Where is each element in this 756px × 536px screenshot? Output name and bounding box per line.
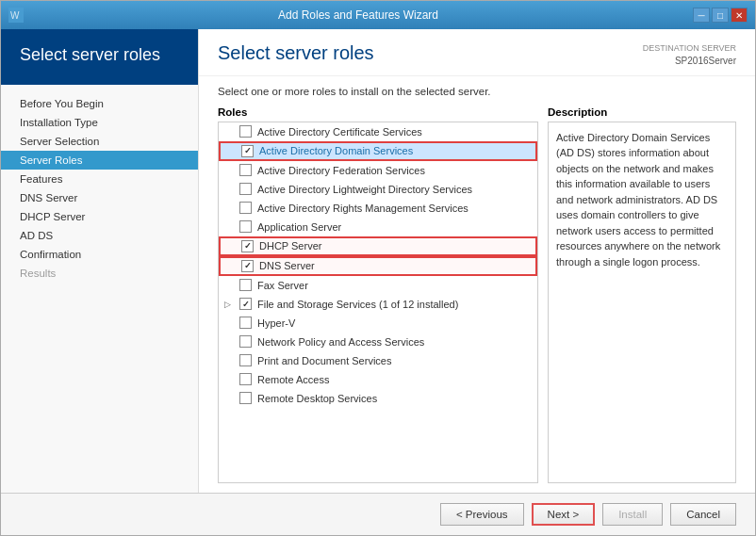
role-item-appserver[interactable]: Application Server (219, 218, 537, 236)
roles-list-container: Roles Active Directory Certificate Servi… (218, 106, 538, 483)
role-item-dhcp[interactable]: DHCP Server (219, 236, 537, 256)
destination-server-info: DESTINATION SERVER SP2016Server (643, 42, 736, 68)
checkbox-npas[interactable] (239, 335, 252, 348)
role-label-printdoc: Print and Document Services (257, 355, 391, 366)
description-panel: Description Active Directory Domain Serv… (548, 106, 736, 483)
close-button[interactable]: ✕ (731, 8, 748, 23)
footer: < Previous Next > Install Cancel (1, 493, 755, 535)
sidebar-header: Select server roles (1, 29, 198, 85)
checkbox-hyperv[interactable] (239, 317, 252, 329)
role-item-adfs[interactable]: Active Directory Federation Services (219, 161, 537, 180)
checkbox-dhcp[interactable] (241, 240, 254, 252)
main-content: Select server roles DESTINATION SERVER S… (199, 29, 755, 493)
sidebar-nav: Before You Begin Installation Type Serve… (1, 85, 198, 292)
app-icon: W (8, 8, 24, 23)
sidebar-item-dhcp-server[interactable]: DHCP Server (1, 207, 198, 226)
role-label-fax: Fax Server (257, 280, 308, 291)
expand-icon-filestorage: ▷ (224, 300, 236, 309)
role-item-npas[interactable]: Network Policy and Access Services (219, 333, 537, 351)
role-item-remoteaccess[interactable]: Remote Access (219, 370, 537, 389)
role-item-printdoc[interactable]: Print and Document Services (219, 351, 537, 370)
main-header: Select server roles DESTINATION SERVER S… (199, 29, 755, 76)
role-label-adlds: Active Directory Lightweight Directory S… (257, 184, 472, 195)
titlebar: W Add Roles and Features Wizard ─ □ ✕ (1, 1, 755, 29)
role-label-adrms: Active Directory Rights Management Servi… (257, 203, 468, 214)
checkbox-adlds[interactable] (239, 183, 252, 195)
sidebar-item-dns-server[interactable]: DNS Server (1, 188, 198, 207)
role-item-dns[interactable]: DNS Server (219, 256, 537, 276)
destination-server-value: SP2016Server (643, 55, 736, 68)
description-column-label: Description (548, 106, 736, 118)
sidebar-item-server-selection[interactable]: Server Selection (1, 132, 198, 151)
sidebar-item-before-you-begin[interactable]: Before You Begin (1, 94, 198, 113)
sidebar-item-ad-ds[interactable]: AD DS (1, 226, 198, 245)
role-item-adds[interactable]: Active Directory Domain Services (219, 141, 537, 161)
install-button[interactable]: Install (602, 503, 663, 526)
cancel-button[interactable]: Cancel (670, 503, 736, 526)
role-label-adfs: Active Directory Federation Services (257, 165, 425, 176)
role-label-remoteaccess: Remote Access (257, 374, 329, 385)
main-body: Select one or more roles to install on t… (199, 76, 755, 493)
wizard-window: W Add Roles and Features Wizard ─ □ ✕ Se… (0, 0, 756, 536)
role-label-hyperv: Hyper-V (257, 317, 295, 329)
checkbox-adds[interactable] (241, 145, 254, 157)
role-label-filestorage: File and Storage Services (1 of 12 insta… (257, 299, 458, 310)
sidebar-item-server-roles[interactable]: Server Roles (1, 151, 198, 170)
window-title: Add Roles and Features Wizard (24, 8, 693, 22)
checkbox-adfs[interactable] (239, 164, 252, 176)
checkbox-dns[interactable] (241, 260, 254, 272)
checkbox-filestorage[interactable] (239, 298, 252, 310)
sidebar-item-installation-type[interactable]: Installation Type (1, 113, 198, 132)
role-label-appserver: Application Server (257, 221, 341, 233)
role-label-adcs: Active Directory Certificate Services (257, 126, 422, 138)
checkbox-remoteaccess[interactable] (239, 373, 252, 385)
role-item-adcs[interactable]: Active Directory Certificate Services (219, 122, 537, 141)
role-item-filestorage[interactable]: ▷ File and Storage Services (1 of 12 ins… (219, 295, 537, 314)
content-area: Select server roles Before You Begin Ins… (1, 29, 755, 493)
role-label-dhcp: DHCP Server (259, 240, 321, 252)
role-item-adlds[interactable]: Active Directory Lightweight Directory S… (219, 180, 537, 199)
description-text: Active Directory Domain Services (AD DS)… (548, 122, 736, 483)
sidebar-item-features[interactable]: Features (1, 170, 198, 188)
role-label-npas: Network Policy and Access Services (257, 336, 424, 348)
role-item-adrms[interactable]: Active Directory Rights Management Servi… (219, 199, 537, 218)
previous-button[interactable]: < Previous (440, 503, 524, 526)
roles-list[interactable]: Active Directory Certificate Services Ac… (218, 122, 538, 483)
roles-panel: Roles Active Directory Certificate Servi… (218, 106, 736, 483)
role-item-fax[interactable]: Fax Server (219, 276, 537, 295)
checkbox-adcs[interactable] (239, 125, 252, 138)
sidebar-item-confirmation[interactable]: Confirmation (1, 245, 198, 264)
maximize-button[interactable]: □ (712, 8, 729, 23)
page-title: Select server roles (218, 42, 374, 64)
roles-column-label: Roles (218, 106, 538, 118)
role-label-dns: DNS Server (259, 260, 315, 271)
minimize-button[interactable]: ─ (693, 8, 710, 23)
destination-server-label: DESTINATION SERVER (643, 42, 736, 55)
sidebar: Select server roles Before You Begin Ins… (1, 29, 199, 493)
role-item-rds[interactable]: Remote Desktop Services (219, 389, 537, 408)
checkbox-adrms[interactable] (239, 202, 252, 214)
role-item-hyperv[interactable]: Hyper-V (219, 314, 537, 333)
checkbox-rds[interactable] (239, 392, 252, 404)
checkbox-fax[interactable] (239, 279, 252, 291)
svg-text:W: W (10, 10, 20, 21)
next-button[interactable]: Next > (532, 503, 596, 526)
role-label-adds: Active Directory Domain Services (259, 145, 413, 156)
window-controls: ─ □ ✕ (693, 8, 748, 23)
sidebar-item-results: Results (1, 264, 198, 283)
role-label-rds: Remote Desktop Services (257, 393, 377, 404)
instruction-text: Select one or more roles to install on t… (218, 86, 736, 97)
checkbox-printdoc[interactable] (239, 354, 252, 366)
checkbox-appserver[interactable] (239, 220, 252, 233)
